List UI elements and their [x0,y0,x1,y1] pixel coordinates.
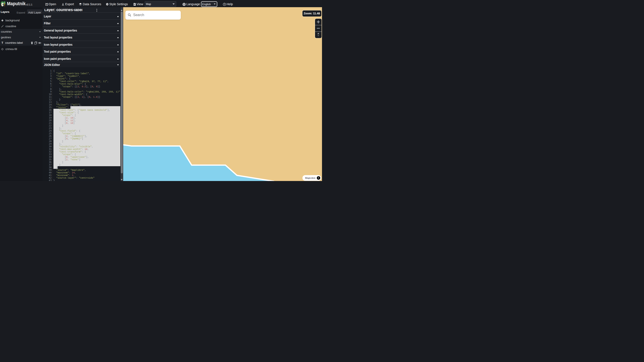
svg-text:?: ? [224,3,225,6]
